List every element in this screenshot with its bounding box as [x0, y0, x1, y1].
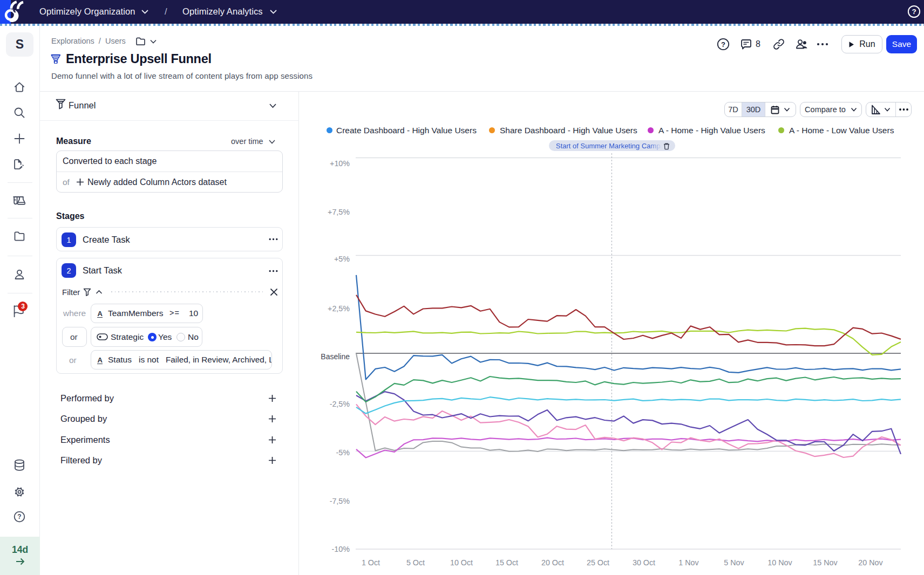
svg-text:?: ? [912, 8, 916, 16]
svg-text:5 Nov: 5 Nov [724, 558, 744, 567]
svg-text:20 Oct: 20 Oct [541, 558, 564, 567]
svg-text:-10%: -10% [332, 545, 350, 553]
svg-text:15 Oct: 15 Oct [495, 558, 518, 567]
svg-text:?: ? [721, 40, 725, 49]
svg-text:-7,5%: -7,5% [330, 497, 350, 505]
svg-text:5 Oct: 5 Oct [406, 558, 425, 567]
svg-text:20 Nov: 20 Nov [858, 558, 883, 567]
svg-text:10 Nov: 10 Nov [767, 558, 792, 567]
svg-text:Baseline: Baseline [321, 352, 350, 361]
svg-text:+5%: +5% [334, 255, 350, 263]
svg-text:15 Nov: 15 Nov [813, 558, 838, 567]
svg-text:+10%: +10% [330, 159, 350, 168]
svg-text:+7,5%: +7,5% [328, 208, 350, 216]
svg-text:+2,5%: +2,5% [328, 304, 350, 313]
svg-text:25 Oct: 25 Oct [587, 558, 609, 567]
svg-text:?: ? [17, 513, 21, 521]
svg-text:-2,5%: -2,5% [330, 400, 350, 408]
svg-text:1 Nov: 1 Nov [678, 558, 699, 567]
svg-text:10 Oct: 10 Oct [450, 558, 473, 567]
svg-text:30 Oct: 30 Oct [633, 558, 655, 567]
svg-text:1 Oct: 1 Oct [362, 558, 380, 567]
svg-text:-5%: -5% [336, 448, 350, 457]
